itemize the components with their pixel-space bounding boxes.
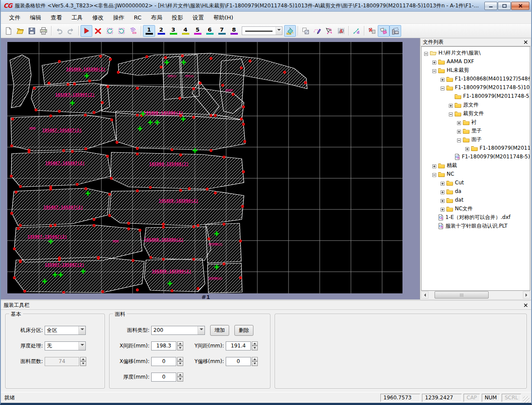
tree-item[interactable]: 裁剪文件	[422, 109, 530, 118]
menu-item-10[interactable]: 设置	[188, 12, 208, 23]
tree-toggle-icon[interactable]	[432, 172, 436, 176]
fabric-layers-stepper[interactable]	[80, 357, 86, 366]
tree-item[interactable]: H:\样片文件\服装\	[422, 48, 530, 57]
tree-toggle-icon[interactable]	[441, 77, 444, 81]
tree-toggle-icon[interactable]	[457, 120, 461, 124]
tree-item[interactable]: AAMA DXF	[422, 57, 530, 66]
scroll-left-arrow-icon[interactable]	[421, 291, 428, 299]
print-icon[interactable]	[38, 25, 49, 37]
select-tool-icon[interactable]	[81, 25, 92, 37]
x-offset-stepper[interactable]	[177, 357, 183, 366]
tree-item[interactable]: HL未裁剪	[422, 66, 530, 74]
redo-icon[interactable]	[65, 25, 77, 37]
machine-zone-combo[interactable]: 全区	[45, 326, 86, 335]
y-offset-field[interactable]: 0	[226, 357, 251, 366]
maximize-button[interactable]	[498, 2, 511, 10]
new-file-icon[interactable]	[3, 25, 14, 37]
tree-item[interactable]: NC文件	[422, 204, 530, 213]
line-color-button-7[interactable]: 7	[216, 25, 228, 37]
open-file-icon[interactable]	[14, 25, 26, 37]
y-gap-field[interactable]: 191.4	[226, 341, 251, 350]
tree-toggle-icon[interactable]	[449, 103, 453, 107]
tree-toggle-icon[interactable]	[424, 51, 428, 55]
line-color-button-1[interactable]: 1	[143, 25, 155, 37]
line-color-button-4[interactable]: 4	[179, 25, 191, 37]
y-gap-stepper[interactable]	[252, 341, 258, 350]
copy-piece-icon[interactable]	[378, 25, 389, 37]
scroll-right-arrow-icon[interactable]	[523, 291, 530, 299]
line-style-combo[interactable]	[242, 26, 282, 35]
scroll-thumb[interactable]	[435, 291, 489, 299]
copy-shape-icon[interactable]	[300, 25, 311, 37]
tree-item[interactable]: 1-E（对称的可以合并）.dxf	[422, 213, 530, 222]
save-icon[interactable]	[26, 25, 38, 37]
y-offset-stepper[interactable]	[252, 357, 258, 366]
tree-item[interactable]: NC	[422, 170, 530, 178]
tree-item[interactable]: 原文件	[422, 100, 530, 109]
menu-item-8[interactable]: 布局	[146, 12, 167, 23]
tree-toggle-icon[interactable]	[457, 129, 461, 133]
tree-toggle-icon[interactable]	[441, 198, 444, 202]
tree-item[interactable]: 精裁	[422, 161, 530, 170]
tree-toggle-icon[interactable]	[441, 207, 444, 211]
menu-item-2[interactable]: 编辑	[25, 12, 46, 23]
x-offset-field[interactable]: 0	[151, 357, 176, 366]
line-color-button-8[interactable]: 8	[228, 25, 240, 37]
line-color-button-6[interactable]: 6	[204, 25, 216, 37]
tree-toggle-icon[interactable]	[449, 112, 453, 116]
thickness-handling-combo[interactable]: 无	[45, 341, 86, 350]
title-bar[interactable]: CG 服装条格软件 <Ver5.4.3_T823><非售品:JW00000002…	[1, 0, 531, 12]
fill-tool-icon[interactable]	[284, 25, 296, 37]
chevron-down-icon[interactable]	[78, 326, 85, 334]
menu-item-1[interactable]: 文件	[4, 12, 25, 23]
menu-item-7[interactable]: RC	[129, 13, 146, 22]
marker-canvas[interactable]: 185868-185888(2)185887-185887(2)185868-1…	[7, 42, 402, 293]
x-gap-field[interactable]: 198.3	[151, 341, 176, 350]
copy-lines-icon[interactable]	[127, 25, 139, 37]
tree-item[interactable]: F1-1800868(M4011927)548件	[422, 74, 530, 83]
tree-item[interactable]: 面子	[422, 135, 530, 144]
resize-grip[interactable]	[523, 396, 529, 403]
tree-toggle-icon[interactable]	[441, 181, 444, 185]
exclude-piece-icon[interactable]	[366, 25, 378, 37]
delete-fabric-button[interactable]: 删除	[234, 325, 253, 336]
undo-icon[interactable]	[53, 25, 65, 37]
thickness-field[interactable]: 0	[151, 373, 176, 382]
tree-item[interactable]: 服装十字针眼自动认识.PLT	[422, 222, 530, 230]
tree-item[interactable]: Cut	[422, 178, 530, 187]
delete-icon[interactable]	[92, 25, 104, 37]
menu-item-4[interactable]: 工具	[67, 12, 88, 23]
pick-piece-icon[interactable]	[323, 25, 335, 37]
rotate-ccw-icon[interactable]	[104, 25, 116, 37]
chevron-down-icon[interactable]	[276, 27, 282, 35]
x-gap-stepper[interactable]	[177, 341, 183, 350]
tree-item[interactable]: F1-1800979(M2011748-5)101	[422, 152, 530, 161]
tree-item[interactable]: F1-1800979(M2011748-5)101	[422, 92, 530, 100]
tree-item[interactable]: F1-1800979(M2011748-5)1013件	[422, 83, 530, 92]
tree-toggle-icon[interactable]	[457, 138, 461, 141]
menu-item-6[interactable]: 操作	[108, 12, 129, 23]
tree-item[interactable]: dat	[422, 196, 530, 204]
add-fabric-button[interactable]: 增加	[210, 325, 229, 336]
scroll-track[interactable]	[428, 291, 523, 299]
menu-item-9[interactable]: 投影	[167, 12, 188, 23]
line-color-button-3[interactable]: 3	[167, 25, 179, 37]
rotate-cw-icon[interactable]	[116, 25, 127, 37]
tool-panel-close-icon[interactable]	[522, 302, 529, 308]
tree-toggle-icon[interactable]	[441, 86, 444, 90]
close-button[interactable]	[511, 2, 529, 10]
chevron-down-icon[interactable]	[78, 342, 85, 350]
fabric-type-combo[interactable]: 200	[151, 326, 205, 335]
tree-toggle-icon[interactable]	[432, 68, 436, 72]
tree-item[interactable]: da	[422, 187, 530, 196]
tree-toggle-icon[interactable]	[432, 164, 436, 167]
angle-measure-icon[interactable]: d	[350, 25, 362, 37]
line-color-button-5[interactable]: 5	[191, 25, 204, 37]
tree-toggle-icon[interactable]	[432, 60, 436, 64]
measure-ruler-icon[interactable]	[389, 25, 401, 37]
menu-item-5[interactable]: 修改	[88, 12, 108, 23]
menu-item-11[interactable]: 帮助(H)	[208, 12, 238, 23]
tree-item[interactable]: 衬	[422, 118, 530, 126]
edit-shape-icon[interactable]	[311, 25, 323, 37]
minimize-button[interactable]	[484, 2, 497, 10]
